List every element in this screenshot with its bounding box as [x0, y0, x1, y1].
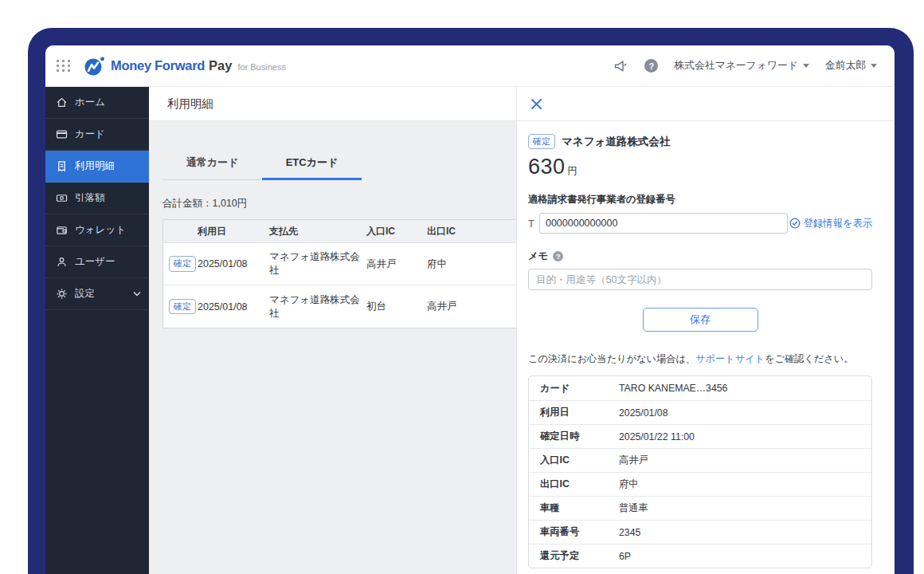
- usage-table: 利用日 支払先 入口IC 出口IC 確定 2025/01/08 マネフォ道路株式…: [162, 219, 516, 328]
- detail-value: TARO KANEMAE…3456: [619, 383, 871, 394]
- memo-input[interactable]: [528, 269, 872, 290]
- product-suffix: for Business: [237, 62, 286, 72]
- save-button[interactable]: 保存: [643, 308, 758, 332]
- detail-value: 2345: [619, 527, 871, 538]
- detail-value: 2025/01/08: [619, 407, 871, 419]
- cell-payee: マネフォ道路株式会社: [269, 250, 366, 277]
- gear-icon: [56, 288, 68, 300]
- sidebar-item-label: ユーザー: [75, 255, 116, 269]
- detail-label: 車両番号: [529, 525, 619, 539]
- page-title: 利用明細: [149, 87, 516, 121]
- detail-label: 利用日: [529, 406, 619, 419]
- sidebar-item-settings[interactable]: 設定: [45, 278, 149, 310]
- card-type-tabs: 通常カード ETCカード: [162, 155, 516, 180]
- main-area: 利用明細 通常カード ETCカード 合計金額：1,010円 利用日 支払先 入口…: [149, 87, 516, 574]
- sidebar-item-label: ホーム: [75, 96, 105, 109]
- close-button[interactable]: [531, 98, 542, 110]
- help-icon[interactable]: ?: [644, 59, 658, 73]
- column-header-entry-ic: 入口IC: [366, 225, 427, 238]
- app-window: Money Forward Pay for Business ? 株式会社マネー…: [45, 45, 895, 574]
- detail-value: 6P: [619, 551, 871, 562]
- detail-row-confirmed-at: 確定日時 2025/01/22 11:00: [529, 424, 871, 448]
- close-icon: [531, 98, 542, 110]
- tab-etc-card[interactable]: ETCカード: [262, 155, 362, 180]
- sidebar-item-label: 設定: [75, 287, 95, 301]
- detail-panel: 確定 マネフォ道路株式会社 630円 適格請求書発行事業者の登録番号 T: [516, 87, 895, 574]
- receipt-icon: [56, 160, 68, 172]
- sidebar-item-wallet[interactable]: ウォレット: [45, 214, 149, 246]
- show-registration-link-label: 登録情報を表示: [804, 217, 872, 230]
- chevron-down-icon: [871, 64, 877, 68]
- invoice-number-input[interactable]: [539, 213, 788, 234]
- support-text-before: この決済にお心当たりがない場合は、: [528, 353, 695, 364]
- detail-label: 出口IC: [529, 478, 619, 491]
- detail-row-date: 利用日 2025/01/08: [529, 400, 871, 424]
- support-note: この決済にお心当たりがない場合は、サポートサイトをご確認ください。: [528, 352, 872, 366]
- detail-value: 府中: [619, 478, 871, 491]
- sidebar: ホーム カード 利用明細 引落額: [45, 87, 149, 574]
- detail-row-entry-ic: 入口IC 高井戸: [529, 448, 871, 472]
- sidebar-item-users[interactable]: ユーザー: [45, 246, 149, 278]
- detail-row-vehicle-number: 車両番号 2345: [529, 520, 871, 544]
- usage-table-header: 利用日 支払先 入口IC 出口IC: [163, 220, 516, 243]
- banknote-icon: [56, 192, 68, 204]
- detail-label: 車種: [529, 501, 619, 515]
- brand-name: Money Forward: [111, 58, 205, 73]
- home-icon: [56, 96, 68, 108]
- sidebar-item-usage-details[interactable]: 利用明細: [45, 151, 149, 183]
- show-registration-link[interactable]: 登録情報を表示: [789, 217, 872, 230]
- sidebar-item-cards[interactable]: カード: [45, 119, 149, 151]
- memo-label: メモ: [528, 250, 548, 263]
- memo-help-icon[interactable]: ?: [553, 251, 563, 261]
- cell-entry-ic: 初台: [366, 300, 427, 313]
- cell-payee: マネフォ道路株式会社: [269, 293, 366, 320]
- wallet-icon: [56, 224, 68, 236]
- support-site-link[interactable]: サポートサイト: [695, 353, 765, 364]
- status-badge: 確定: [169, 299, 196, 314]
- sidebar-item-label: カード: [75, 128, 105, 141]
- sidebar-item-label: 利用明細: [75, 159, 115, 173]
- company-menu[interactable]: 株式会社マネーフォワード: [674, 59, 808, 73]
- detail-value: 2025/01/22 11:00: [619, 431, 871, 442]
- logo: Money Forward Pay for Business: [84, 56, 286, 77]
- column-header-date: 利用日: [198, 225, 269, 238]
- amount-value: 630: [528, 155, 566, 179]
- sidebar-item-home[interactable]: ホーム: [45, 87, 149, 119]
- invoice-number-label: 適格請求書発行事業者の登録番号: [528, 193, 872, 206]
- detail-row-card: カード TARO KANEMAE…3456: [529, 376, 871, 400]
- sidebar-item-withdrawal[interactable]: 引落額: [45, 183, 149, 214]
- cell-date: 2025/01/08: [198, 301, 269, 313]
- user-icon: [56, 256, 68, 268]
- megaphone-icon[interactable]: [613, 60, 628, 73]
- user-menu-label: 金前太郎: [825, 59, 866, 73]
- product-name: Pay: [209, 58, 232, 73]
- status-badge: 確定: [169, 256, 196, 271]
- app-header: Money Forward Pay for Business ? 株式会社マネー…: [45, 45, 895, 87]
- detail-panel-header: [517, 87, 895, 121]
- chevron-down-icon: [803, 64, 809, 68]
- detail-label: 還元予定: [529, 549, 619, 563]
- support-text-after: をご確認ください。: [765, 353, 853, 364]
- money-forward-logo-icon: [84, 56, 105, 77]
- detail-value: 普通車: [619, 501, 871, 515]
- column-header-exit-ic: 出口IC: [427, 225, 516, 238]
- detail-label: カード: [529, 382, 619, 395]
- apps-grid-icon[interactable]: [57, 60, 71, 72]
- amount-unit: 円: [568, 165, 578, 176]
- tab-normal-card[interactable]: 通常カード: [162, 155, 262, 180]
- detail-label: 確定日時: [529, 430, 619, 443]
- cell-date: 2025/01/08: [198, 258, 269, 269]
- card-icon: [56, 128, 68, 140]
- invoice-prefix: T: [528, 218, 534, 230]
- detail-value: 高井戸: [619, 454, 871, 467]
- table-row[interactable]: 確定 2025/01/08 マネフォ道路株式会社 初台 高井戸: [163, 285, 516, 328]
- chevron-down-icon: [133, 291, 141, 297]
- column-header-payee: 支払先: [269, 225, 366, 238]
- detail-row-points: 還元予定 6P: [529, 544, 871, 568]
- table-row[interactable]: 確定 2025/01/08 マネフォ道路株式会社 高井戸 府中: [163, 243, 516, 285]
- merchant-name: マネフォ道路株式会社: [562, 135, 670, 149]
- user-menu[interactable]: 金前太郎: [825, 59, 877, 73]
- status-badge: 確定: [528, 134, 555, 149]
- sidebar-item-label: 引落額: [75, 191, 105, 205]
- check-circle-icon: [789, 218, 801, 229]
